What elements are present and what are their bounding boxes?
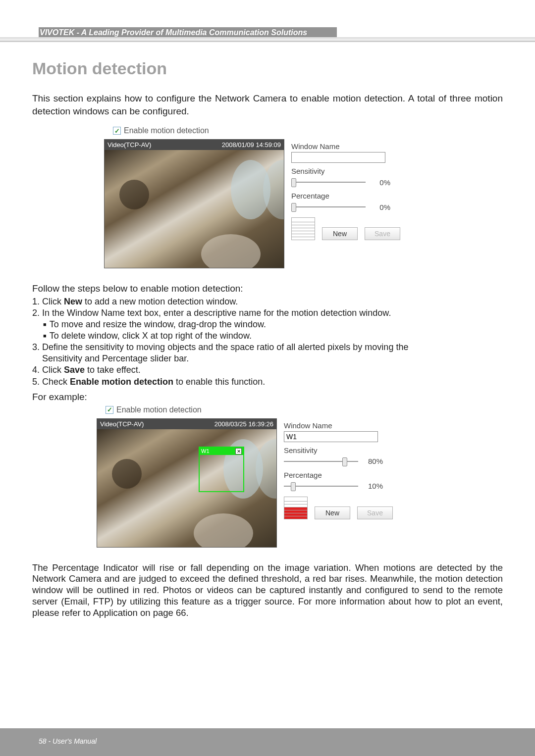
new-button-2[interactable]: New xyxy=(315,506,350,519)
step-5-a: 5. Check xyxy=(32,377,70,387)
sensitivity-slider[interactable] xyxy=(291,177,366,188)
motion-window-title: W1 xyxy=(201,448,210,454)
enable-motion-label: Enable motion detection xyxy=(124,126,209,135)
step-4-a: 4. Click xyxy=(32,365,64,375)
page-footer: 58 - User's Manual xyxy=(0,728,535,756)
video-label-2: Video(TCP-AV) xyxy=(100,420,144,428)
intro-paragraph: This section explains how to configure t… xyxy=(32,92,503,117)
enable-motion-label-2: Enable motion detection xyxy=(116,405,202,414)
video-preview-2: Video(TCP-AV) 2008/03/25 16:39:26 W1 ✕ xyxy=(97,418,277,548)
sensitivity-slider-2[interactable] xyxy=(284,456,358,467)
step-3b: Sensitivity and Percentage slider bar. xyxy=(32,353,503,364)
step-5-c: to enable this function. xyxy=(173,377,265,387)
video-label: Video(TCP-AV) xyxy=(107,141,151,149)
video-frame[interactable] xyxy=(105,150,284,268)
enable-motion-checkbox-2[interactable]: ✓ xyxy=(106,406,113,414)
percentage-indicator-2 xyxy=(284,497,308,519)
window-name-input[interactable] xyxy=(291,152,385,163)
step-2a: To move and resize the window, drag-drop… xyxy=(32,319,503,330)
enable-motion-checkbox-row-2: ✓ Enable motion detection xyxy=(106,405,424,414)
window-name-label: Window Name xyxy=(291,142,418,151)
motion-config-panel-2: ✓ Enable motion detection Video(TCP-AV) … xyxy=(97,405,424,548)
percentage-label: Percentage xyxy=(291,192,418,200)
sensitivity-value: 0% xyxy=(371,178,390,187)
steps-list: 1. Click New to add a new motion detecti… xyxy=(32,296,503,387)
video-timestamp: 2008/01/09 14:59:09 xyxy=(222,141,281,149)
enable-motion-checkbox-row: ✓ Enable motion detection xyxy=(113,126,431,135)
new-button[interactable]: New xyxy=(322,227,358,240)
step-5-bold: Enable motion detection xyxy=(70,377,173,387)
percentage-slider-2[interactable] xyxy=(284,481,358,492)
page-title: Motion detection xyxy=(32,59,503,78)
percentage-value: 0% xyxy=(371,203,390,211)
window-name-label-2: Window Name xyxy=(284,421,410,430)
motion-controls: Window Name Sensitivity 0% Percentage xyxy=(291,139,418,240)
motion-window[interactable]: W1 ✕ xyxy=(199,447,244,492)
step-1-bold: New xyxy=(64,297,82,306)
step-1-a: 1. Click xyxy=(32,297,64,306)
percentage-value-2: 10% xyxy=(363,482,383,490)
motion-config-panel-1: ✓ Enable motion detection Video(TCP-AV) … xyxy=(104,126,431,268)
step-3: 3. Define the sensitivity to moving obje… xyxy=(32,342,503,353)
motion-controls-2: Window Name Sensitivity 80% Percentage xyxy=(284,418,410,519)
sensitivity-label: Sensitivity xyxy=(291,167,418,175)
sensitivity-label-2: Sensitivity xyxy=(284,446,410,454)
page-body: Motion detection This section explains h… xyxy=(0,42,535,619)
percentage-label-2: Percentage xyxy=(284,471,410,479)
window-name-input-2[interactable] xyxy=(284,431,378,442)
step-1-c: to add a new motion detection window. xyxy=(82,297,238,306)
video-preview: Video(TCP-AV) 2008/01/09 14:59:09 xyxy=(104,139,284,268)
close-icon[interactable]: ✕ xyxy=(235,448,242,454)
video-timestamp-2: 2008/03/25 16:39:26 xyxy=(214,420,273,428)
video-frame-2[interactable]: W1 ✕ xyxy=(97,429,276,547)
save-button-2[interactable]: Save xyxy=(357,506,393,519)
sensitivity-value-2: 80% xyxy=(363,457,383,465)
enable-motion-checkbox[interactable]: ✓ xyxy=(113,127,121,135)
footer-text: 58 - User's Manual xyxy=(0,728,535,745)
example-label: For example: xyxy=(32,392,503,403)
percentage-indicator xyxy=(291,217,315,240)
step-4-bold: Save xyxy=(64,365,85,375)
step-2: 2. In the Window Name text box, enter a … xyxy=(32,307,503,319)
step-4-c: to take effect. xyxy=(85,365,141,375)
steps-intro: Follow the steps below to enable motion … xyxy=(32,283,503,294)
header-banner: VIVOTEK - A Leading Provider of Multimed… xyxy=(39,27,337,38)
percentage-slider[interactable] xyxy=(291,202,366,212)
save-button[interactable]: Save xyxy=(365,227,400,240)
outro-paragraph: The Percentage Indicator will rise or fa… xyxy=(32,562,503,619)
page-header: VIVOTEK - A Leading Provider of Multimed… xyxy=(0,0,535,42)
step-2b: To delete window, click X at top right o… xyxy=(32,330,503,342)
